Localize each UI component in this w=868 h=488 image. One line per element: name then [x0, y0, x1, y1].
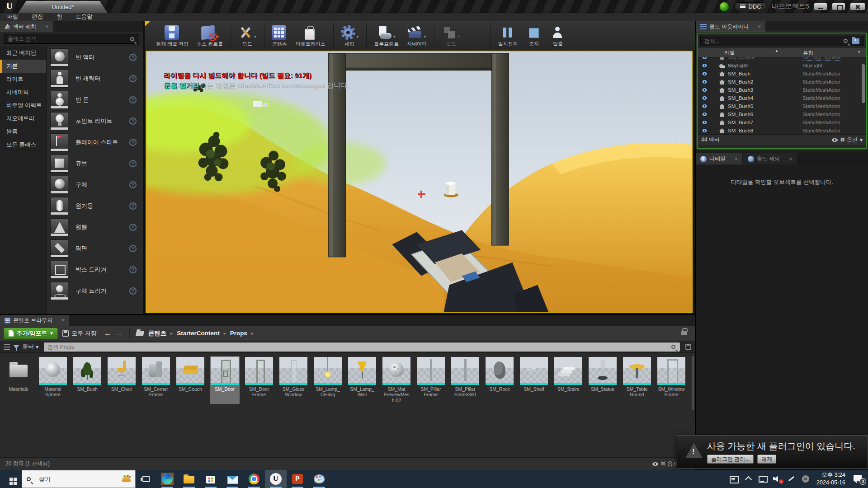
category-item[interactable]: 볼륨	[0, 125, 46, 138]
toolbar-button[interactable]: 일시정지	[491, 23, 522, 48]
taskbar-app[interactable]	[200, 470, 222, 488]
add-import-button[interactable]: 추가/임포트 ▾	[4, 328, 58, 339]
outliner-row[interactable]: SM_Bush7 StaticMeshActor	[698, 118, 866, 127]
asset-thumbnail[interactable]	[382, 357, 410, 385]
asset-tile[interactable]: Material Sphere	[38, 356, 68, 404]
category-item[interactable]: 모든 클래스	[0, 138, 46, 151]
asset-thumbnail[interactable]	[108, 357, 136, 385]
category-item[interactable]: 최근 배치됨	[0, 47, 46, 60]
asset-tile[interactable]: SM_Couch	[175, 356, 205, 404]
visibility-eye-icon[interactable]	[701, 63, 708, 68]
placeable-actor-row[interactable]: 큐브	[47, 153, 143, 174]
breadcrumb-item[interactable]: StarterContent	[177, 330, 220, 337]
asset-tile[interactable]: SM_Shelf	[519, 356, 549, 404]
breadcrumb-item[interactable]: Props	[230, 330, 247, 337]
asset-tile[interactable]: SM_Lamp_ Wall	[347, 356, 377, 404]
visibility-eye-icon[interactable]	[701, 96, 708, 100]
visibility-eye-icon[interactable]	[701, 80, 708, 84]
asset-thumbnail[interactable]	[417, 357, 445, 385]
category-item[interactable]: 시네마틱	[0, 86, 46, 99]
visibility-eye-icon[interactable]	[701, 104, 708, 108]
help-icon[interactable]	[129, 54, 137, 61]
asset-thumbnail[interactable]	[5, 357, 33, 385]
asset-tile[interactable]: SM_Statue	[588, 356, 618, 404]
chevron-down-icon[interactable]: ▾	[254, 34, 256, 40]
outliner-row[interactable]: SM_Bush6 StaticMeshActor	[698, 110, 866, 118]
tab-world-outliner[interactable]: 월드 아웃라이너	[696, 21, 765, 32]
taskbar-search[interactable]	[22, 470, 136, 488]
asset-thumbnail[interactable]	[589, 357, 617, 385]
tab-world-settings[interactable]: 월드 세팅	[743, 153, 797, 164]
close-icon[interactable]	[61, 317, 65, 324]
actor-thumbnail[interactable]	[50, 261, 68, 279]
menu-item[interactable]: 편집	[25, 13, 50, 21]
asset-thumbnail[interactable]	[142, 357, 170, 385]
asset-thumbnail[interactable]	[554, 357, 582, 385]
outliner-row[interactable]: SM_Bush8 StaticMeshActor	[698, 127, 866, 134]
filter-funnel-icon[interactable]	[14, 345, 19, 349]
outliner-row[interactable]: SkyLight SkyLight	[698, 61, 866, 70]
actor-thumbnail[interactable]	[50, 133, 68, 151]
taskbar-app[interactable]	[243, 470, 265, 488]
class-search-input[interactable]	[4, 36, 130, 42]
asset-thumbnail[interactable]	[73, 357, 101, 385]
level-tab[interactable]: Untitled*	[18, 1, 108, 13]
actor-thumbnail[interactable]	[50, 91, 68, 109]
asset-thumbnail[interactable]	[486, 357, 514, 385]
taskbar-app[interactable]	[222, 470, 243, 488]
minimize-button[interactable]	[814, 3, 827, 10]
asset-tile[interactable]: SM_Door Frame	[244, 356, 274, 404]
sort-asc-icon[interactable]: ▲	[775, 49, 778, 53]
asset-thumbnail[interactable]	[520, 357, 548, 385]
asset-tile[interactable]: SM_Pillar Frame300	[450, 356, 480, 404]
taskbar-search-input[interactable]	[39, 476, 118, 483]
toolbar-button[interactable]: ▾ 모드	[231, 23, 260, 48]
menu-item[interactable]: 창	[50, 13, 69, 21]
actor-thumbnail[interactable]	[50, 48, 68, 66]
outliner-row[interactable]: SM_Bush3 StaticMeshActor	[698, 86, 866, 94]
close-icon[interactable]	[758, 23, 761, 30]
menu-item[interactable]: 파일	[0, 13, 25, 21]
outliner-search-input[interactable]	[701, 38, 844, 44]
taskbar-app[interactable]	[308, 470, 330, 488]
asset-thumbnail[interactable]	[279, 357, 307, 385]
asset-tile[interactable]: SM_Stairs	[553, 356, 583, 404]
tray-icon[interactable]	[802, 475, 810, 483]
chevron-down-icon[interactable]: ▾	[393, 34, 396, 40]
tray-icon[interactable]	[759, 475, 767, 483]
outliner-row[interactable]: SM_Bush5 StaticMeshActor	[698, 102, 866, 110]
actor-thumbnail[interactable]	[50, 176, 68, 194]
actor-thumbnail[interactable]	[50, 70, 68, 88]
actor-thumbnail[interactable]	[50, 155, 68, 173]
visibility-eye-icon[interactable]	[701, 120, 708, 125]
task-view-button[interactable]	[136, 470, 156, 488]
help-icon[interactable]	[129, 287, 137, 295]
placeable-actor-row[interactable]: 원뿔	[47, 216, 143, 238]
toolbar-button[interactable]: ▾ 소스 컨트롤	[193, 23, 227, 48]
asset-tile[interactable]: SM_Rock	[485, 356, 514, 404]
category-item[interactable]: 라이트	[0, 73, 46, 86]
placeable-actor-row[interactable]: 구체	[47, 174, 143, 195]
visibility-eye-icon[interactable]	[701, 88, 708, 92]
help-icon[interactable]	[129, 75, 137, 82]
taskbar-app[interactable]	[265, 470, 287, 488]
outliner-row[interactable]: SM_Bush2 StaticMeshActor	[698, 78, 866, 86]
actor-thumbnail[interactable]	[50, 218, 68, 236]
toolbar-button[interactable]: 중지	[522, 23, 546, 48]
tray-icon[interactable]	[788, 475, 796, 483]
content-browser-scrollbar[interactable]	[692, 356, 694, 410]
breadcrumb-item[interactable]: 콘텐츠	[148, 329, 167, 338]
outliner-row[interactable]: Sky Sphere BP_Sky_Sphere	[698, 57, 866, 61]
maximize-button[interactable]	[832, 3, 845, 10]
taskbar-app[interactable]	[178, 470, 200, 488]
taskbar-app[interactable]	[287, 470, 308, 488]
asset-thumbnail[interactable]	[657, 357, 685, 385]
actor-thumbnail[interactable]	[50, 282, 68, 300]
visibility-eye-icon[interactable]	[701, 112, 708, 117]
asset-search-input[interactable]	[44, 344, 671, 350]
close-button[interactable]	[850, 3, 865, 10]
category-item[interactable]: 지오메트리	[0, 112, 46, 125]
close-icon[interactable]	[789, 156, 792, 162]
help-icon[interactable]	[129, 96, 137, 103]
actor-thumbnail[interactable]	[50, 239, 68, 258]
